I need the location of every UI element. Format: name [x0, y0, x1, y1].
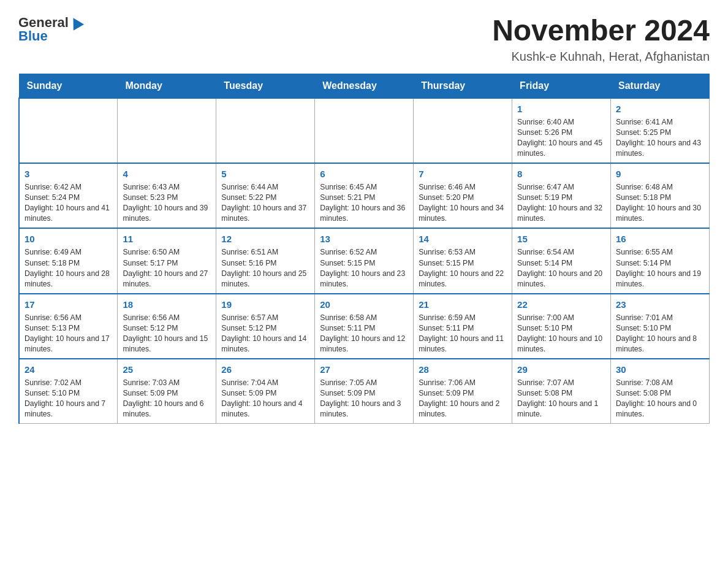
calendar-header-thursday: Thursday — [414, 74, 512, 98]
day-info: Sunrise: 6:58 AMSunset: 5:11 PMDaylight:… — [320, 313, 408, 354]
main-title: November 2024 — [492, 15, 710, 47]
calendar-cell — [315, 98, 414, 163]
calendar-cell: 20Sunrise: 6:58 AMSunset: 5:11 PMDayligh… — [315, 294, 414, 359]
calendar-header-sunday: Sunday — [19, 74, 118, 98]
calendar-cell: 26Sunrise: 7:04 AMSunset: 5:09 PMDayligh… — [216, 359, 315, 424]
calendar-week-5: 24Sunrise: 7:02 AMSunset: 5:10 PMDayligh… — [19, 359, 710, 424]
calendar-week-3: 10Sunrise: 6:49 AMSunset: 5:18 PMDayligh… — [19, 228, 710, 293]
day-number: 1 — [517, 102, 605, 115]
day-info: Sunrise: 7:03 AMSunset: 5:09 PMDaylight:… — [123, 378, 211, 419]
day-number: 29 — [517, 363, 605, 376]
day-number: 12 — [221, 232, 309, 245]
day-info: Sunrise: 6:54 AMSunset: 5:14 PMDaylight:… — [517, 247, 605, 289]
day-info: Sunrise: 6:56 AMSunset: 5:12 PMDaylight:… — [123, 313, 211, 354]
calendar-cell: 6Sunrise: 6:45 AMSunset: 5:21 PMDaylight… — [315, 163, 414, 228]
day-number: 3 — [25, 167, 112, 180]
day-number: 30 — [616, 363, 704, 376]
day-info: Sunrise: 6:43 AMSunset: 5:23 PMDaylight:… — [123, 182, 211, 224]
logo-blue-text: Blue — [18, 28, 48, 44]
day-info: Sunrise: 6:53 AMSunset: 5:15 PMDaylight:… — [419, 247, 507, 289]
day-number: 16 — [616, 232, 704, 245]
calendar-cell: 16Sunrise: 6:55 AMSunset: 5:14 PMDayligh… — [611, 228, 710, 293]
day-info: Sunrise: 6:45 AMSunset: 5:21 PMDaylight:… — [320, 182, 408, 224]
day-info: Sunrise: 6:40 AMSunset: 5:26 PMDaylight:… — [517, 117, 605, 159]
calendar-cell: 18Sunrise: 6:56 AMSunset: 5:12 PMDayligh… — [118, 294, 216, 359]
day-number: 22 — [517, 298, 605, 311]
calendar-header-row: SundayMondayTuesdayWednesdayThursdayFrid… — [19, 74, 710, 98]
day-number: 4 — [123, 167, 211, 180]
calendar-cell: 4Sunrise: 6:43 AMSunset: 5:23 PMDaylight… — [118, 163, 216, 228]
calendar-cell: 9Sunrise: 6:48 AMSunset: 5:18 PMDaylight… — [611, 163, 710, 228]
day-info: Sunrise: 6:57 AMSunset: 5:12 PMDaylight:… — [221, 313, 309, 354]
calendar-cell: 1Sunrise: 6:40 AMSunset: 5:26 PMDaylight… — [512, 98, 611, 163]
calendar-cell: 19Sunrise: 6:57 AMSunset: 5:12 PMDayligh… — [216, 294, 315, 359]
calendar-cell — [118, 98, 216, 163]
calendar-cell: 22Sunrise: 7:00 AMSunset: 5:10 PMDayligh… — [512, 294, 611, 359]
calendar-week-1: 1Sunrise: 6:40 AMSunset: 5:26 PMDaylight… — [19, 98, 710, 163]
day-info: Sunrise: 7:04 AMSunset: 5:09 PMDaylight:… — [221, 378, 309, 419]
day-number: 17 — [25, 298, 112, 311]
day-number: 18 — [123, 298, 211, 311]
day-info: Sunrise: 7:01 AMSunset: 5:10 PMDaylight:… — [616, 313, 704, 354]
calendar-cell: 15Sunrise: 6:54 AMSunset: 5:14 PMDayligh… — [512, 228, 611, 293]
day-number: 23 — [616, 298, 704, 311]
day-info: Sunrise: 6:55 AMSunset: 5:14 PMDaylight:… — [616, 247, 704, 289]
day-number: 28 — [419, 363, 507, 376]
calendar-week-4: 17Sunrise: 6:56 AMSunset: 5:13 PMDayligh… — [19, 294, 710, 359]
calendar-cell: 8Sunrise: 6:47 AMSunset: 5:19 PMDaylight… — [512, 163, 611, 228]
calendar-week-2: 3Sunrise: 6:42 AMSunset: 5:24 PMDaylight… — [19, 163, 710, 228]
calendar-header-saturday: Saturday — [611, 74, 710, 98]
day-info: Sunrise: 6:52 AMSunset: 5:15 PMDaylight:… — [320, 247, 408, 289]
day-info: Sunrise: 6:41 AMSunset: 5:25 PMDaylight:… — [616, 117, 704, 159]
day-info: Sunrise: 7:06 AMSunset: 5:09 PMDaylight:… — [419, 378, 507, 419]
day-number: 2 — [616, 102, 704, 115]
logo: General Blue — [18, 15, 83, 44]
day-info: Sunrise: 6:56 AMSunset: 5:13 PMDaylight:… — [25, 313, 112, 354]
calendar-cell: 14Sunrise: 6:53 AMSunset: 5:15 PMDayligh… — [414, 228, 512, 293]
calendar-cell: 24Sunrise: 7:02 AMSunset: 5:10 PMDayligh… — [19, 359, 118, 424]
calendar-cell: 3Sunrise: 6:42 AMSunset: 5:24 PMDaylight… — [19, 163, 118, 228]
calendar-cell: 5Sunrise: 6:44 AMSunset: 5:22 PMDaylight… — [216, 163, 315, 228]
calendar-cell: 25Sunrise: 7:03 AMSunset: 5:09 PMDayligh… — [118, 359, 216, 424]
calendar-cell: 30Sunrise: 7:08 AMSunset: 5:08 PMDayligh… — [611, 359, 710, 424]
day-number: 24 — [25, 363, 112, 376]
calendar-cell: 23Sunrise: 7:01 AMSunset: 5:10 PMDayligh… — [611, 294, 710, 359]
day-info: Sunrise: 6:44 AMSunset: 5:22 PMDaylight:… — [221, 182, 309, 224]
day-info: Sunrise: 7:05 AMSunset: 5:09 PMDaylight:… — [320, 378, 408, 419]
calendar-header-friday: Friday — [512, 74, 611, 98]
day-number: 7 — [419, 167, 507, 180]
calendar-cell — [414, 98, 512, 163]
day-number: 11 — [123, 232, 211, 245]
calendar-cell: 13Sunrise: 6:52 AMSunset: 5:15 PMDayligh… — [315, 228, 414, 293]
calendar-header-tuesday: Tuesday — [216, 74, 315, 98]
calendar-cell: 12Sunrise: 6:51 AMSunset: 5:16 PMDayligh… — [216, 228, 315, 293]
day-info: Sunrise: 6:50 AMSunset: 5:17 PMDaylight:… — [123, 247, 211, 289]
day-number: 19 — [221, 298, 309, 311]
title-block: November 2024 Kushk-e Kuhnah, Herat, Afg… — [492, 15, 710, 64]
day-number: 26 — [221, 363, 309, 376]
day-info: Sunrise: 6:46 AMSunset: 5:20 PMDaylight:… — [419, 182, 507, 224]
day-number: 10 — [25, 232, 112, 245]
day-info: Sunrise: 7:08 AMSunset: 5:08 PMDaylight:… — [616, 378, 704, 419]
day-number: 9 — [616, 167, 704, 180]
day-number: 5 — [221, 167, 309, 180]
calendar-cell: 11Sunrise: 6:50 AMSunset: 5:17 PMDayligh… — [118, 228, 216, 293]
header: General Blue November 2024 Kushk-e Kuhna… — [18, 15, 710, 64]
day-number: 15 — [517, 232, 605, 245]
calendar-cell: 28Sunrise: 7:06 AMSunset: 5:09 PMDayligh… — [414, 359, 512, 424]
day-info: Sunrise: 6:47 AMSunset: 5:19 PMDaylight:… — [517, 182, 605, 224]
day-number: 27 — [320, 363, 408, 376]
day-info: Sunrise: 6:59 AMSunset: 5:11 PMDaylight:… — [419, 313, 507, 354]
calendar-header-monday: Monday — [118, 74, 216, 98]
day-number: 6 — [320, 167, 408, 180]
calendar-cell: 21Sunrise: 6:59 AMSunset: 5:11 PMDayligh… — [414, 294, 512, 359]
calendar-cell: 2Sunrise: 6:41 AMSunset: 5:25 PMDaylight… — [611, 98, 710, 163]
calendar-cell: 29Sunrise: 7:07 AMSunset: 5:08 PMDayligh… — [512, 359, 611, 424]
day-info: Sunrise: 6:49 AMSunset: 5:18 PMDaylight:… — [25, 247, 112, 289]
day-info: Sunrise: 6:42 AMSunset: 5:24 PMDaylight:… — [25, 182, 112, 224]
day-number: 8 — [517, 167, 605, 180]
day-info: Sunrise: 7:00 AMSunset: 5:10 PMDaylight:… — [517, 313, 605, 354]
calendar-cell: 17Sunrise: 6:56 AMSunset: 5:13 PMDayligh… — [19, 294, 118, 359]
calendar-header-wednesday: Wednesday — [315, 74, 414, 98]
day-number: 25 — [123, 363, 211, 376]
